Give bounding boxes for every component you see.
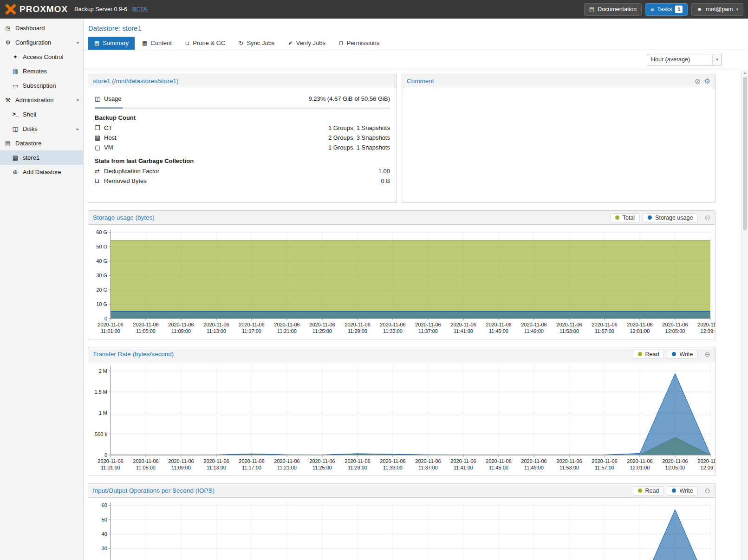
stat-value: 1 Groups, 1 Snapshots [328, 124, 390, 131]
tab-sync-jobs[interactable]: ↻Sync Jobs [233, 37, 280, 50]
sidebar-item-subscription[interactable]: ▭Subscription [0, 78, 83, 93]
tab-label: Permissions [346, 39, 379, 46]
stat-value: 2 Groups, 3 Snapshots [328, 134, 390, 141]
svg-text:1.5 M: 1.5 M [94, 389, 107, 395]
legend-label: Write [679, 488, 693, 494]
tab-summary[interactable]: ▤Summary [88, 37, 135, 50]
datastore-icon: ▤ [4, 140, 12, 147]
subscription-icon: ▭ [12, 82, 19, 89]
tab-prune-gc[interactable]: ⊔Prune & GC [179, 37, 231, 50]
svg-text:50 G: 50 G [96, 244, 107, 249]
backup-count-rows: ❒CT1 Groups, 1 Snapshots▤Host2 Groups, 3… [95, 123, 390, 152]
user-menu-button[interactable]: ☻ root@pam ▾ [691, 3, 743, 16]
chart-legend: ReadWrite⊖ [633, 486, 710, 495]
trash-icon: ⊔ [95, 177, 104, 184]
chart-title: Transfer Rate (bytes/second) [93, 351, 174, 358]
input-output-operations-per-second-iops-panel: Input/Output Operations per Second (IOPS… [88, 483, 715, 560]
tab-content[interactable]: ▦Content [136, 37, 178, 50]
sidebar-item-store1[interactable]: ▤store1 [0, 150, 83, 165]
administration-icon: ⚒ [4, 97, 12, 104]
svg-text:2020-11-06: 2020-11-06 [203, 322, 229, 327]
sidebar-item-add-datastore[interactable]: ⊕Add Datastore [0, 165, 83, 179]
svg-text:2 M: 2 M [99, 368, 107, 374]
stat-value: 1.00 [378, 168, 390, 175]
legend-dot-icon [615, 215, 619, 220]
svg-text:11:53:00: 11:53:00 [559, 465, 579, 470]
scrollbar-thumb[interactable] [743, 77, 747, 230]
chart-panel-header: Input/Output Operations per Second (IOPS… [88, 484, 715, 498]
store-panel-header: store1 (/mnt/datastores/store1) [88, 74, 397, 88]
legend-dot-icon [648, 215, 652, 220]
chart-panel-header: Transfer Rate (bytes/second)ReadWrite⊖ [88, 347, 715, 361]
svg-text:11:17:00: 11:17:00 [242, 465, 261, 470]
svg-text:0: 0 [104, 452, 107, 458]
caret-right-icon[interactable]: ▸ [77, 126, 79, 131]
documentation-button[interactable]: ▤ Documentation [584, 3, 642, 16]
tasks-label: Tasks [657, 6, 672, 13]
verify-jobs-icon: ✔ [288, 40, 293, 46]
caret-down-icon[interactable]: ▾ [77, 40, 79, 45]
sidebar-item-label: Subscription [23, 82, 56, 89]
svg-text:11:33:00: 11:33:00 [383, 465, 403, 470]
comment-panel-tools: ⊘ ⚙ [695, 77, 710, 85]
svg-text:2020-11-06: 2020-11-06 [309, 322, 335, 327]
tab-permissions[interactable]: ⊓Permissions [333, 37, 385, 50]
svg-text:1 M: 1 M [99, 410, 107, 416]
sidebar-item-remotes[interactable]: ▥Remotes [0, 64, 83, 78]
tasks-button[interactable]: ≡ Tasks 1 [645, 3, 688, 16]
chevron-down-icon[interactable]: ▾ [712, 54, 722, 65]
usage-value: 9.23% (4.67 GiB of 50.56 GiB) [308, 95, 390, 102]
tab-verify-jobs[interactable]: ✔Verify Jobs [282, 37, 332, 50]
svg-text:2020-11-06: 2020-11-06 [98, 322, 123, 327]
sidebar-item-datastore[interactable]: ▤Datastore [0, 136, 83, 150]
legend-dot-icon [672, 488, 676, 493]
svg-text:11:45:00: 11:45:00 [489, 328, 508, 334]
usage-icon: ◫ [95, 95, 104, 102]
store-panel-body: ◫ Usage 9.23% (4.67 GiB of 50.56 GiB) Ba… [88, 88, 397, 191]
collapse-icon[interactable]: ⊖ [704, 350, 710, 358]
tab-label: Prune & GC [193, 39, 225, 46]
svg-text:12:09:00: 12:09:00 [701, 328, 715, 334]
storage-usage-bytes-chart: 010 G20 G30 G40 G50 G60 G2020-11-0611:01… [88, 225, 715, 339]
svg-text:11:29:00: 11:29:00 [348, 465, 367, 470]
legend-item-total: Total [610, 213, 640, 222]
sidebar-item-disks[interactable]: ◫Disks▸ [0, 122, 83, 136]
svg-text:11:25:00: 11:25:00 [312, 328, 332, 334]
svg-text:2020-11-06: 2020-11-06 [592, 322, 617, 327]
legend-label: Write [679, 351, 693, 358]
tasks-count-badge: 1 [675, 6, 683, 13]
edit-icon[interactable]: ⊘ [695, 77, 701, 85]
beta-link[interactable]: BETA [132, 6, 147, 13]
vertical-scrollbar[interactable]: ▲ [741, 70, 748, 560]
svg-text:40 G: 40 G [96, 258, 107, 264]
sidebar-item-shell[interactable]: >_Shell [0, 107, 83, 122]
svg-text:2020-11-06: 2020-11-06 [274, 322, 299, 327]
sidebar-item-access-control[interactable]: ✦Access Control [0, 50, 83, 64]
sidebar-item-administration[interactable]: ⚒Administration▾ [0, 93, 83, 107]
svg-text:11:21:00: 11:21:00 [277, 465, 297, 470]
sync-jobs-icon: ↻ [239, 40, 243, 46]
svg-text:11:57:00: 11:57:00 [595, 328, 614, 334]
stat-row-vm: ▢VM1 Groups, 1 Snapshots [95, 143, 390, 152]
svg-text:2020-11-06: 2020-11-06 [345, 458, 370, 464]
collapse-icon[interactable]: ⊖ [704, 214, 710, 222]
svg-text:2020-11-06: 2020-11-06 [521, 458, 546, 464]
settings-icon[interactable]: ⚙ [704, 77, 710, 85]
sidebar-item-label: Disks [23, 125, 38, 132]
scroll-up-icon[interactable]: ▲ [742, 70, 748, 76]
backup-count-title: Backup Count [95, 114, 390, 121]
tab-label: Verify Jobs [296, 39, 325, 46]
collapse-icon[interactable]: ⊖ [704, 487, 710, 495]
sidebar-item-dashboard[interactable]: ◷Dashboard [0, 21, 83, 35]
stat-value: 1 Groups, 1 Snapshots [328, 144, 390, 151]
content-icon: ▦ [142, 40, 147, 46]
timeframe-select[interactable]: Hour (average) ▾ [647, 54, 722, 65]
user-icon: ☻ [696, 6, 702, 13]
page-title: Datastore: store1 [84, 19, 748, 37]
tab-label: Sync Jobs [247, 39, 274, 46]
svg-text:2020-11-06: 2020-11-06 [627, 458, 652, 464]
caret-down-icon[interactable]: ▾ [77, 98, 79, 103]
sidebar-item-configuration[interactable]: ⚙Configuration▾ [0, 35, 83, 50]
comment-panel-body[interactable] [402, 88, 715, 99]
svg-text:11:57:00: 11:57:00 [595, 465, 614, 470]
